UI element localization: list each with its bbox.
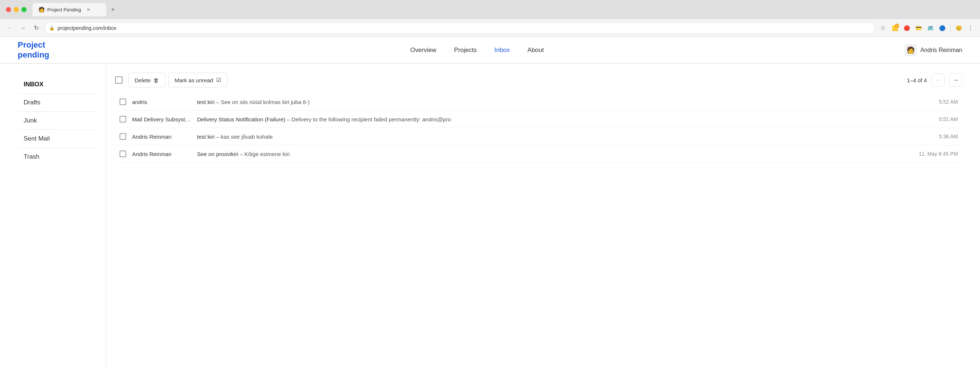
ext-badge: 1 (895, 24, 899, 28)
email-subject: See on proovikiri – Kõige esimene kiri (197, 151, 908, 157)
sidebar-item-inbox[interactable]: INBOX (18, 76, 97, 94)
ext-todo-button[interactable]: 🟨 1 (889, 23, 900, 33)
traffic-lights (6, 7, 27, 12)
nav-about[interactable]: About (528, 46, 544, 54)
next-page-button[interactable]: → (949, 73, 962, 87)
maximize-button[interactable] (21, 7, 27, 12)
ext-id-icon: 💳 (915, 25, 922, 31)
email-time: 5:51 AM (913, 116, 958, 122)
tab-favicon: 🧑 (38, 6, 44, 13)
email-time: 11. May 8:45 PM (913, 151, 958, 157)
ext-maps-button[interactable]: 🗺️ (925, 23, 935, 33)
sidebar-item-trash[interactable]: Trash (18, 148, 97, 166)
tab-title: Project Pending (47, 7, 81, 13)
app-nav: Overview Projects Inbox About (410, 46, 544, 54)
nav-inbox[interactable]: Inbox (495, 46, 510, 54)
sidebar-item-drafts[interactable]: Drafts (18, 94, 97, 112)
ext-red-button[interactable]: 🔴 (901, 23, 912, 33)
email-time: 5:52 AM (913, 99, 958, 105)
mark-unread-label: Mark as unread (175, 77, 213, 83)
table-row[interactable]: Andris Reinman test kiri – kas see jõuab… (115, 128, 962, 145)
email-subject-rest: – Delivery to the following recipient fa… (287, 116, 451, 122)
sidebar-item-junk[interactable]: Junk (18, 112, 97, 130)
main-layout: INBOX Drafts Junk Sent Mail Trash (0, 64, 980, 370)
email-subject-rest: – See on siis nüüd kolmas kiri juba 8-) (216, 99, 310, 105)
logo-project: Project (18, 40, 49, 50)
email-subject-rest: – Kõige esimene kiri (240, 151, 290, 157)
table-row[interactable]: Mail Delivery Subsystem Delivery Status … (115, 111, 962, 128)
pagination-text: 1–4 of 4 (907, 77, 927, 83)
bookmark-button[interactable]: ☆ (878, 23, 888, 33)
refresh-button[interactable]: ↻ (31, 23, 41, 33)
email-subject-bold: test kiri (197, 99, 215, 105)
back-button[interactable]: ← (5, 23, 15, 33)
email-sender: Mail Delivery Subsystem (132, 116, 191, 122)
ext-blue-icon: 🔵 (939, 25, 945, 31)
nav-overview[interactable]: Overview (410, 46, 436, 54)
forward-button[interactable]: → (18, 23, 28, 33)
email-subject: Delivery Status Notification (Failure) –… (197, 116, 908, 122)
app-header: Project pending Overview Projects Inbox … (0, 37, 980, 64)
email-subject: test kiri – See on siis nüüd kolmas kiri… (197, 99, 908, 105)
ext-emoji-button[interactable]: 😊 (953, 23, 964, 33)
mark-unread-icon: ☑ (216, 77, 221, 83)
ext-id-button[interactable]: 💳 (913, 23, 924, 33)
email-checkbox[interactable] (119, 151, 126, 157)
logo-pending: pending (18, 50, 49, 60)
nav-bar: ← → ↻ 🔒 projectpending.com/inbox ☆ 🟨 1 🔴… (0, 19, 980, 37)
url-text: projectpending.com/inbox (57, 25, 870, 31)
ext-emoji-icon: 😊 (956, 25, 962, 31)
sidebar-item-sent[interactable]: Sent Mail (18, 130, 97, 148)
email-sender: andris (132, 99, 191, 105)
email-checkbox[interactable] (119, 116, 126, 122)
email-sender: Andris Reinman (132, 151, 191, 157)
address-bar[interactable]: 🔒 projectpending.com/inbox (44, 22, 875, 34)
app-logo: Project pending (18, 40, 49, 60)
table-row[interactable]: Andris Reinman See on proovikiri – Kõige… (115, 145, 962, 163)
new-tab-button[interactable]: + (108, 5, 118, 15)
email-subject-bold: See on proovikiri (197, 151, 239, 157)
email-subject: test kiri – kas see jõuab kohale (197, 133, 908, 140)
email-subject-bold: Delivery Status Notification (Failure) (197, 116, 285, 122)
email-toolbar: Delete 🗑 Mark as unread ☑ 1–4 of 4 ← → (115, 73, 962, 87)
ext-blue-button[interactable]: 🔵 (937, 23, 947, 33)
delete-icon: 🗑 (153, 77, 159, 83)
pagination: 1–4 of 4 ← → (907, 73, 962, 87)
user-info: 🧑 Andris Reinman (905, 44, 962, 56)
email-checkbox[interactable] (119, 133, 126, 140)
title-bar: 🧑 Project Pending ✕ + (0, 0, 980, 19)
minimize-button[interactable] (14, 7, 19, 12)
ext-maps-icon: 🗺️ (927, 25, 934, 31)
divider (950, 24, 950, 32)
nav-actions: ☆ 🟨 1 🔴 💳 🗺️ 🔵 😊 ⋮ (878, 23, 975, 33)
email-list: Delete 🗑 Mark as unread ☑ 1–4 of 4 ← → (106, 64, 962, 370)
email-subject-rest: – kas see jõuab kohale (216, 133, 273, 140)
menu-button[interactable]: ⋮ (965, 23, 975, 33)
app-content: Project pending Overview Projects Inbox … (0, 37, 980, 370)
close-button[interactable] (6, 7, 11, 12)
select-all-checkbox[interactable] (115, 76, 123, 84)
email-sender: Andris Reinman (132, 133, 191, 140)
email-subject-bold: test kiri (197, 133, 215, 140)
ext-red-icon: 🔴 (904, 25, 910, 31)
tab-bar: 🧑 Project Pending ✕ + (32, 3, 974, 16)
tab-close-button[interactable]: ✕ (86, 6, 92, 13)
user-name: Andris Reinman (920, 47, 962, 54)
mark-unread-button[interactable]: Mark as unread ☑ (168, 73, 227, 87)
nav-projects[interactable]: Projects (454, 46, 477, 54)
prev-page-button[interactable]: ← (931, 73, 945, 87)
active-tab[interactable]: 🧑 Project Pending ✕ (32, 3, 106, 16)
email-time: 5:36 AM (913, 133, 958, 140)
delete-button[interactable]: Delete 🗑 (129, 73, 165, 87)
email-checkbox[interactable] (119, 98, 126, 105)
sidebar: INBOX Drafts Junk Sent Mail Trash (18, 64, 106, 370)
lock-icon: 🔒 (49, 25, 55, 31)
user-avatar: 🧑 (905, 44, 916, 56)
delete-label: Delete (135, 77, 151, 83)
table-row[interactable]: andris test kiri – See on siis nüüd kolm… (115, 93, 962, 111)
